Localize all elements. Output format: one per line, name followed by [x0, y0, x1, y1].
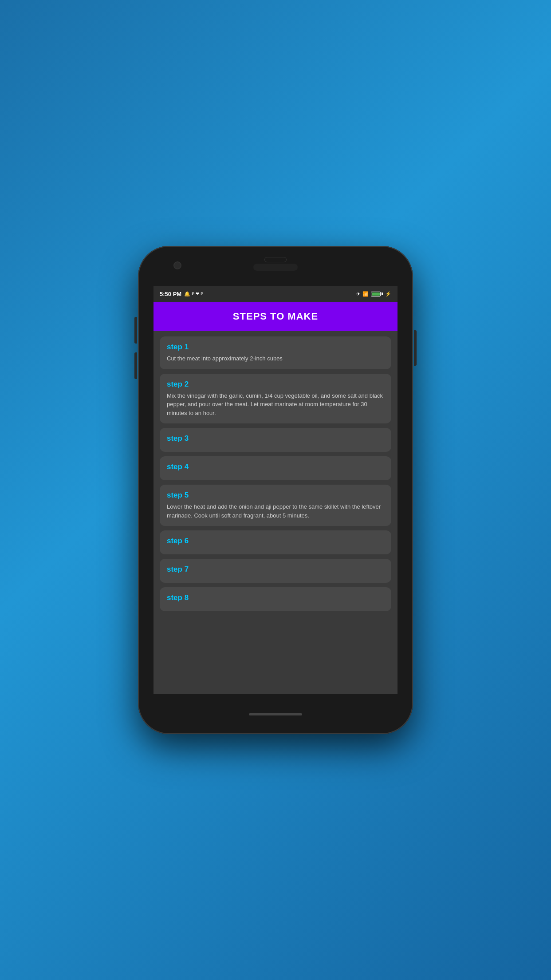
- page-title: STEPS TO MAKE: [233, 311, 318, 322]
- home-indicator: [249, 713, 302, 715]
- step-card-3[interactable]: step 3: [160, 428, 391, 452]
- status-time: 5:50 PM: [160, 291, 181, 297]
- step-card-2[interactable]: step 2Mix the vinegar with the garlic, c…: [160, 374, 391, 424]
- phone-device: 5:50 PM 🔔 P ❤ P ✈ 📶 ⚡: [138, 246, 413, 734]
- step-card-6[interactable]: step 6: [160, 530, 391, 554]
- phone-screen: 5:50 PM 🔔 P ❤ P ✈ 📶 ⚡: [153, 286, 398, 694]
- step-card-5[interactable]: step 5Lower the heat and add the onion a…: [160, 485, 391, 526]
- camera: [173, 261, 181, 269]
- battery-tip: [382, 292, 383, 295]
- step-card-1[interactable]: step 1Cut the meat into approximately 2-…: [160, 336, 391, 369]
- step-title-3: step 3: [167, 434, 384, 443]
- speaker: [253, 264, 298, 271]
- step-title-7: step 7: [167, 565, 384, 574]
- step-title-8: step 8: [167, 593, 384, 602]
- charging-icon: ⚡: [385, 291, 391, 297]
- app-header: STEPS TO MAKE: [153, 302, 398, 331]
- app-icon-3: P: [201, 292, 203, 296]
- step-desc-2: Mix the vinegar with the garlic, cumin, …: [167, 391, 384, 418]
- step-card-8[interactable]: step 8: [160, 587, 391, 611]
- power-button[interactable]: [414, 330, 417, 366]
- volume-down-button[interactable]: [134, 352, 137, 379]
- wifi-icon: 📶: [362, 291, 369, 297]
- step-title-2: step 2: [167, 380, 384, 389]
- step-title-4: step 4: [167, 462, 384, 471]
- status-left: 5:50 PM 🔔 P ❤ P: [160, 291, 203, 297]
- app-icon-2: ❤: [196, 292, 199, 296]
- step-title-5: step 5: [167, 491, 384, 500]
- battery-body: [371, 292, 381, 296]
- steps-list[interactable]: step 1Cut the meat into approximately 2-…: [153, 331, 398, 694]
- headphone-port: [264, 257, 287, 262]
- step-title-6: step 6: [167, 537, 384, 545]
- status-right: ✈ 📶 ⚡: [356, 291, 391, 297]
- app-icon-1: P: [192, 292, 194, 296]
- airplane-icon: ✈: [356, 291, 360, 297]
- step-title-1: step 1: [167, 343, 384, 352]
- status-icons: 🔔 P ❤ P: [184, 291, 203, 297]
- battery-icon: [371, 292, 383, 296]
- battery-fill: [372, 292, 380, 296]
- phone-bottom-bar: [138, 694, 413, 734]
- notification-icon: 🔔: [184, 291, 190, 297]
- phone-top-bar: [138, 246, 413, 286]
- step-desc-1: Cut the meat into approximately 2-inch c…: [167, 354, 384, 363]
- volume-up-button[interactable]: [134, 317, 137, 344]
- step-card-4[interactable]: step 4: [160, 456, 391, 480]
- status-bar: 5:50 PM 🔔 P ❤ P ✈ 📶 ⚡: [153, 286, 398, 302]
- step-card-7[interactable]: step 7: [160, 559, 391, 583]
- step-desc-5: Lower the heat and add the onion and aji…: [167, 502, 384, 520]
